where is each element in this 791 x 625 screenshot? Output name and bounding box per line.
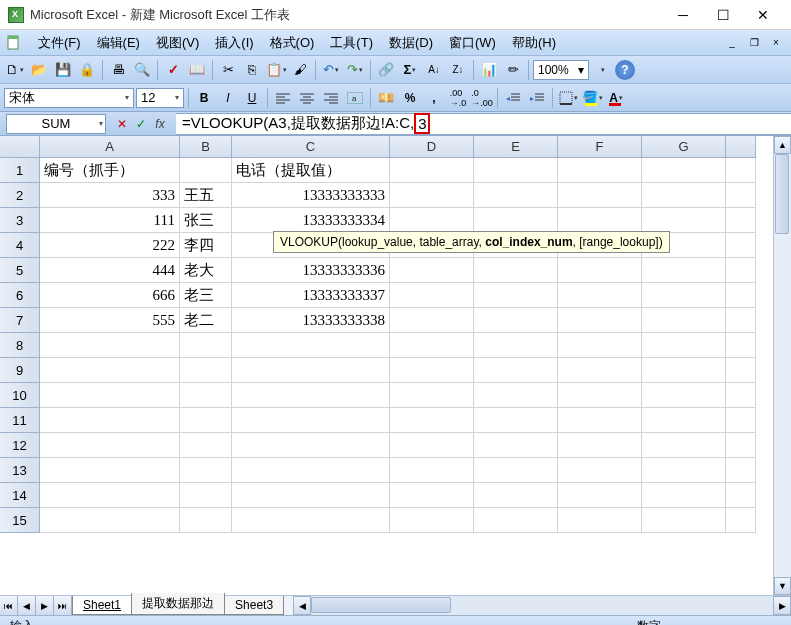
sheet-tab-2[interactable]: 提取数据那边 [131,593,225,615]
cell[interactable] [726,458,756,483]
chart-wizard-button[interactable]: 📊 [478,59,500,81]
col-header-extra[interactable] [726,136,756,158]
cell[interactable] [390,408,474,433]
row-header[interactable]: 5 [0,258,40,283]
cell[interactable]: 老二 [180,308,232,333]
print-preview-button[interactable]: 🔍 [131,59,153,81]
cell[interactable] [474,458,558,483]
cell[interactable]: 王五 [180,183,232,208]
cell[interactable] [726,333,756,358]
cell[interactable] [180,483,232,508]
cell[interactable] [390,383,474,408]
cell[interactable] [558,258,642,283]
tab-nav-first[interactable]: ⏮ [0,596,18,615]
cancel-formula-button[interactable]: ✕ [114,115,130,133]
cell[interactable] [40,433,180,458]
cell[interactable] [390,508,474,533]
cell[interactable] [180,358,232,383]
cell[interactable] [642,458,726,483]
cell[interactable] [474,208,558,233]
tab-nav-next[interactable]: ▶ [36,596,54,615]
toolbar-options-button[interactable] [591,59,613,81]
cell[interactable]: 13333333337 [232,283,390,308]
bold-button[interactable]: B [193,87,215,109]
underline-button[interactable]: U [241,87,263,109]
cell[interactable]: 老三 [180,283,232,308]
sheet-tab-1[interactable]: Sheet1 [72,596,132,615]
cell[interactable]: 李四 [180,233,232,258]
cell[interactable] [390,358,474,383]
spellcheck-button[interactable]: ✓ [162,59,184,81]
row-header[interactable]: 11 [0,408,40,433]
cell[interactable] [40,358,180,383]
cell[interactable] [390,483,474,508]
row-header[interactable]: 13 [0,458,40,483]
cell[interactable]: 111 [40,208,180,233]
new-button[interactable]: 🗋 [4,59,26,81]
col-header-d[interactable]: D [390,136,474,158]
cell[interactable] [474,258,558,283]
cell[interactable] [180,433,232,458]
cell[interactable] [558,208,642,233]
cell[interactable] [390,433,474,458]
col-header-g[interactable]: G [642,136,726,158]
cell[interactable] [726,158,756,183]
col-header-a[interactable]: A [40,136,180,158]
align-left-button[interactable] [272,87,294,109]
cell[interactable] [232,458,390,483]
cell[interactable] [390,308,474,333]
cell[interactable] [232,333,390,358]
row-header[interactable]: 2 [0,183,40,208]
format-painter-button[interactable]: 🖌 [289,59,311,81]
cell[interactable] [474,483,558,508]
decrease-indent-button[interactable] [502,87,524,109]
cell[interactable] [180,158,232,183]
cell[interactable] [474,383,558,408]
cell[interactable] [474,358,558,383]
scroll-right-button[interactable]: ▶ [773,596,791,615]
hscroll-track[interactable] [311,596,773,615]
cell[interactable] [642,283,726,308]
cell[interactable] [40,408,180,433]
cell[interactable] [726,233,756,258]
increase-indent-button[interactable] [526,87,548,109]
cell[interactable] [232,483,390,508]
cell[interactable] [474,308,558,333]
enter-formula-button[interactable]: ✓ [133,115,149,133]
hyperlink-button[interactable]: 🔗 [375,59,397,81]
cell[interactable] [40,458,180,483]
cell[interactable]: 13333333338 [232,308,390,333]
cell[interactable] [232,408,390,433]
cell[interactable]: 13333333333 [232,183,390,208]
cell[interactable] [390,458,474,483]
cell[interactable] [642,408,726,433]
cell[interactable] [726,208,756,233]
cell[interactable] [474,183,558,208]
cell[interactable] [390,258,474,283]
cell[interactable] [642,383,726,408]
help-icon[interactable]: ? [615,60,635,80]
cell[interactable] [558,308,642,333]
menu-file[interactable]: 文件(F) [30,31,89,55]
cell[interactable] [40,483,180,508]
align-center-button[interactable] [296,87,318,109]
horizontal-scrollbar[interactable]: ◀ ▶ [293,596,791,615]
cell[interactable] [474,158,558,183]
cell[interactable]: 13333333336 [232,258,390,283]
sort-desc-button[interactable]: Z↓ [447,59,469,81]
cell[interactable] [726,358,756,383]
merge-center-button[interactable]: a [344,87,366,109]
research-button[interactable]: 📖 [186,59,208,81]
row-header[interactable]: 3 [0,208,40,233]
row-header[interactable]: 1 [0,158,40,183]
cell[interactable] [558,483,642,508]
cell[interactable] [558,383,642,408]
cell[interactable] [642,358,726,383]
cell[interactable] [642,508,726,533]
menu-view[interactable]: 视图(V) [148,31,207,55]
cell[interactable] [642,333,726,358]
col-header-c[interactable]: C [232,136,390,158]
font-size-select[interactable]: 12▾ [136,88,184,108]
cell[interactable]: 老大 [180,258,232,283]
menu-insert[interactable]: 插入(I) [207,31,261,55]
